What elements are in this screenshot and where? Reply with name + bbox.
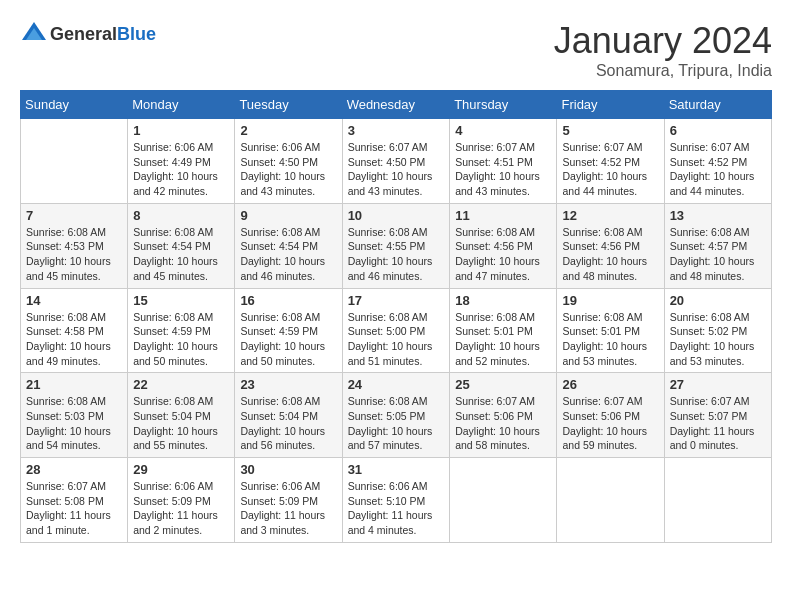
day-number: 15 — [133, 293, 229, 308]
day-info: Sunrise: 6:07 AMSunset: 5:07 PMDaylight:… — [670, 394, 766, 453]
week-row-4: 21Sunrise: 6:08 AMSunset: 5:03 PMDayligh… — [21, 373, 772, 458]
day-info: Sunrise: 6:07 AMSunset: 4:50 PMDaylight:… — [348, 140, 445, 199]
day-cell: 24Sunrise: 6:08 AMSunset: 5:05 PMDayligh… — [342, 373, 450, 458]
day-number: 5 — [562, 123, 658, 138]
day-number: 23 — [240, 377, 336, 392]
day-info: Sunrise: 6:08 AMSunset: 5:04 PMDaylight:… — [240, 394, 336, 453]
day-info: Sunrise: 6:08 AMSunset: 5:03 PMDaylight:… — [26, 394, 122, 453]
day-number: 4 — [455, 123, 551, 138]
day-number: 2 — [240, 123, 336, 138]
day-number: 29 — [133, 462, 229, 477]
logo-text: GeneralBlue — [50, 24, 156, 45]
day-number: 30 — [240, 462, 336, 477]
day-cell: 17Sunrise: 6:08 AMSunset: 5:00 PMDayligh… — [342, 288, 450, 373]
weekday-header-wednesday: Wednesday — [342, 91, 450, 119]
day-number: 22 — [133, 377, 229, 392]
week-row-3: 14Sunrise: 6:08 AMSunset: 4:58 PMDayligh… — [21, 288, 772, 373]
day-number: 10 — [348, 208, 445, 223]
day-cell: 8Sunrise: 6:08 AMSunset: 4:54 PMDaylight… — [128, 203, 235, 288]
day-info: Sunrise: 6:06 AMSunset: 5:09 PMDaylight:… — [133, 479, 229, 538]
day-cell: 5Sunrise: 6:07 AMSunset: 4:52 PMDaylight… — [557, 119, 664, 204]
weekday-header-thursday: Thursday — [450, 91, 557, 119]
day-info: Sunrise: 6:08 AMSunset: 4:59 PMDaylight:… — [240, 310, 336, 369]
week-row-1: 1Sunrise: 6:06 AMSunset: 4:49 PMDaylight… — [21, 119, 772, 204]
page-header: GeneralBlue January 2024 Sonamura, Tripu… — [20, 20, 772, 80]
day-cell — [21, 119, 128, 204]
day-info: Sunrise: 6:06 AMSunset: 4:49 PMDaylight:… — [133, 140, 229, 199]
day-info: Sunrise: 6:08 AMSunset: 4:54 PMDaylight:… — [240, 225, 336, 284]
day-info: Sunrise: 6:08 AMSunset: 4:56 PMDaylight:… — [562, 225, 658, 284]
day-number: 20 — [670, 293, 766, 308]
day-number: 8 — [133, 208, 229, 223]
day-number: 16 — [240, 293, 336, 308]
day-info: Sunrise: 6:06 AMSunset: 4:50 PMDaylight:… — [240, 140, 336, 199]
day-info: Sunrise: 6:06 AMSunset: 5:10 PMDaylight:… — [348, 479, 445, 538]
logo: GeneralBlue — [20, 20, 156, 48]
day-number: 26 — [562, 377, 658, 392]
day-number: 6 — [670, 123, 766, 138]
week-row-5: 28Sunrise: 6:07 AMSunset: 5:08 PMDayligh… — [21, 458, 772, 543]
logo-general: General — [50, 24, 117, 44]
day-info: Sunrise: 6:08 AMSunset: 4:56 PMDaylight:… — [455, 225, 551, 284]
day-info: Sunrise: 6:08 AMSunset: 4:53 PMDaylight:… — [26, 225, 122, 284]
day-number: 19 — [562, 293, 658, 308]
week-row-2: 7Sunrise: 6:08 AMSunset: 4:53 PMDaylight… — [21, 203, 772, 288]
day-info: Sunrise: 6:08 AMSunset: 5:04 PMDaylight:… — [133, 394, 229, 453]
logo-icon — [20, 20, 48, 48]
day-number: 25 — [455, 377, 551, 392]
location-title: Sonamura, Tripura, India — [554, 62, 772, 80]
day-cell: 6Sunrise: 6:07 AMSunset: 4:52 PMDaylight… — [664, 119, 771, 204]
weekday-header-tuesday: Tuesday — [235, 91, 342, 119]
day-info: Sunrise: 6:08 AMSunset: 4:58 PMDaylight:… — [26, 310, 122, 369]
day-cell: 12Sunrise: 6:08 AMSunset: 4:56 PMDayligh… — [557, 203, 664, 288]
day-info: Sunrise: 6:08 AMSunset: 4:55 PMDaylight:… — [348, 225, 445, 284]
day-cell — [664, 458, 771, 543]
day-cell: 28Sunrise: 6:07 AMSunset: 5:08 PMDayligh… — [21, 458, 128, 543]
day-cell: 20Sunrise: 6:08 AMSunset: 5:02 PMDayligh… — [664, 288, 771, 373]
day-info: Sunrise: 6:06 AMSunset: 5:09 PMDaylight:… — [240, 479, 336, 538]
day-cell: 18Sunrise: 6:08 AMSunset: 5:01 PMDayligh… — [450, 288, 557, 373]
logo-blue: Blue — [117, 24, 156, 44]
day-number: 24 — [348, 377, 445, 392]
day-cell — [557, 458, 664, 543]
day-cell: 9Sunrise: 6:08 AMSunset: 4:54 PMDaylight… — [235, 203, 342, 288]
day-number: 31 — [348, 462, 445, 477]
day-info: Sunrise: 6:08 AMSunset: 4:54 PMDaylight:… — [133, 225, 229, 284]
day-number: 11 — [455, 208, 551, 223]
day-cell: 27Sunrise: 6:07 AMSunset: 5:07 PMDayligh… — [664, 373, 771, 458]
day-cell: 30Sunrise: 6:06 AMSunset: 5:09 PMDayligh… — [235, 458, 342, 543]
day-info: Sunrise: 6:07 AMSunset: 4:51 PMDaylight:… — [455, 140, 551, 199]
calendar-table: SundayMondayTuesdayWednesdayThursdayFrid… — [20, 90, 772, 543]
day-number: 28 — [26, 462, 122, 477]
day-info: Sunrise: 6:07 AMSunset: 5:06 PMDaylight:… — [562, 394, 658, 453]
day-cell — [450, 458, 557, 543]
day-info: Sunrise: 6:08 AMSunset: 5:02 PMDaylight:… — [670, 310, 766, 369]
day-cell: 4Sunrise: 6:07 AMSunset: 4:51 PMDaylight… — [450, 119, 557, 204]
day-number: 27 — [670, 377, 766, 392]
weekday-header-saturday: Saturday — [664, 91, 771, 119]
day-cell: 19Sunrise: 6:08 AMSunset: 5:01 PMDayligh… — [557, 288, 664, 373]
day-cell: 3Sunrise: 6:07 AMSunset: 4:50 PMDaylight… — [342, 119, 450, 204]
day-number: 14 — [26, 293, 122, 308]
day-number: 7 — [26, 208, 122, 223]
day-cell: 29Sunrise: 6:06 AMSunset: 5:09 PMDayligh… — [128, 458, 235, 543]
day-info: Sunrise: 6:08 AMSunset: 4:57 PMDaylight:… — [670, 225, 766, 284]
day-number: 17 — [348, 293, 445, 308]
day-cell: 10Sunrise: 6:08 AMSunset: 4:55 PMDayligh… — [342, 203, 450, 288]
weekday-header-sunday: Sunday — [21, 91, 128, 119]
day-info: Sunrise: 6:07 AMSunset: 4:52 PMDaylight:… — [562, 140, 658, 199]
weekday-header-monday: Monday — [128, 91, 235, 119]
day-cell: 22Sunrise: 6:08 AMSunset: 5:04 PMDayligh… — [128, 373, 235, 458]
day-cell: 14Sunrise: 6:08 AMSunset: 4:58 PMDayligh… — [21, 288, 128, 373]
day-info: Sunrise: 6:08 AMSunset: 5:01 PMDaylight:… — [455, 310, 551, 369]
day-number: 12 — [562, 208, 658, 223]
day-info: Sunrise: 6:08 AMSunset: 4:59 PMDaylight:… — [133, 310, 229, 369]
day-cell: 25Sunrise: 6:07 AMSunset: 5:06 PMDayligh… — [450, 373, 557, 458]
day-cell: 21Sunrise: 6:08 AMSunset: 5:03 PMDayligh… — [21, 373, 128, 458]
day-cell: 31Sunrise: 6:06 AMSunset: 5:10 PMDayligh… — [342, 458, 450, 543]
day-cell: 26Sunrise: 6:07 AMSunset: 5:06 PMDayligh… — [557, 373, 664, 458]
day-cell: 16Sunrise: 6:08 AMSunset: 4:59 PMDayligh… — [235, 288, 342, 373]
day-cell: 11Sunrise: 6:08 AMSunset: 4:56 PMDayligh… — [450, 203, 557, 288]
day-info: Sunrise: 6:08 AMSunset: 5:00 PMDaylight:… — [348, 310, 445, 369]
day-cell: 23Sunrise: 6:08 AMSunset: 5:04 PMDayligh… — [235, 373, 342, 458]
